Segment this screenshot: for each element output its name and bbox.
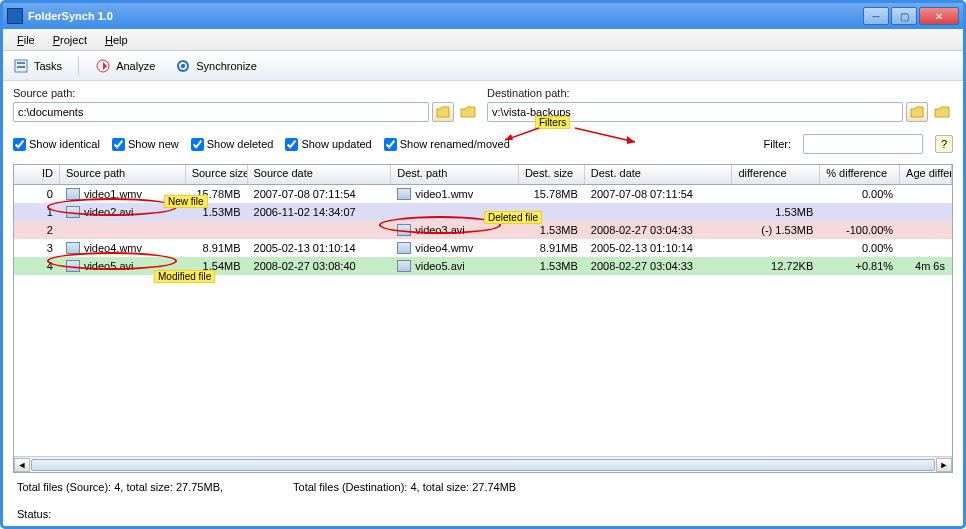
table-cell: 0.00%: [820, 242, 900, 254]
svg-marker-8: [627, 136, 635, 144]
menu-file[interactable]: File: [9, 32, 43, 48]
table-cell: 1: [14, 206, 60, 218]
table-cell: video5.avi: [391, 260, 519, 272]
table-cell: 2: [14, 224, 60, 236]
col-pct-difference[interactable]: % difference: [820, 165, 900, 184]
source-path-input[interactable]: [13, 102, 429, 122]
destination-path-input[interactable]: [487, 102, 903, 122]
table-cell: 12.72KB: [732, 260, 820, 272]
window-title: FolderSynch 1.0: [28, 10, 863, 22]
table-cell: 2008-02-27 03:04:33: [585, 224, 733, 236]
svg-line-7: [575, 128, 635, 142]
show-deleted-checkbox[interactable]: Show deleted: [191, 138, 274, 151]
file-icon: [397, 242, 411, 254]
analyze-button[interactable]: Analyze: [91, 56, 159, 76]
table-row[interactable]: 2video3.avi1.53MB2008-02-27 03:04:33(-) …: [14, 221, 952, 239]
table-cell: 1.53MB: [519, 260, 585, 272]
show-new-checkbox[interactable]: Show new: [112, 138, 179, 151]
table-cell: 2007-07-08 07:11:54: [585, 188, 733, 200]
table-cell: 1.53MB: [186, 206, 248, 218]
table-cell: video1.wmv: [60, 188, 186, 200]
table-cell: video4.wmv: [60, 242, 186, 254]
minimize-button[interactable]: ─: [863, 7, 889, 25]
source-browse-button[interactable]: [457, 102, 479, 122]
col-dest-path[interactable]: Dest. path: [391, 165, 519, 184]
col-source-path[interactable]: Source path: [60, 165, 186, 184]
table-cell: video1.wmv: [391, 188, 519, 200]
svg-point-4: [177, 60, 189, 72]
menubar: File Project Help: [3, 29, 963, 51]
horizontal-scrollbar[interactable]: ◄ ►: [14, 456, 952, 472]
menu-help[interactable]: Help: [97, 32, 136, 48]
table-row[interactable]: 3video4.wmv8.91MB2005-02-13 01:10:14vide…: [14, 239, 952, 257]
file-icon: [397, 224, 411, 236]
table-cell: 2007-07-08 07:11:54: [248, 188, 392, 200]
tasks-button[interactable]: Tasks: [9, 56, 66, 76]
col-dest-date[interactable]: Dest. date: [585, 165, 733, 184]
table-cell: 8.91MB: [186, 242, 248, 254]
sync-icon: [175, 58, 191, 74]
synchronize-button[interactable]: Synchronize: [171, 56, 261, 76]
table-cell: 2005-02-13 01:10:14: [248, 242, 392, 254]
table-cell: 1.53MB: [519, 224, 585, 236]
status-bar: Status:: [13, 505, 953, 522]
maximize-button[interactable]: ▢: [891, 7, 917, 25]
col-age-difference[interactable]: Age differe...: [900, 165, 952, 184]
table-cell: 0.00%: [820, 188, 900, 200]
close-button[interactable]: ✕: [919, 7, 959, 25]
show-updated-checkbox[interactable]: Show updated: [285, 138, 371, 151]
table-cell: 1.53MB: [732, 206, 820, 218]
status-label: Status:: [17, 508, 51, 520]
file-icon: [66, 242, 80, 254]
table-cell: +0.81%: [820, 260, 900, 272]
svg-rect-1: [17, 62, 25, 64]
table-cell: 4m 6s: [900, 260, 952, 272]
table-cell: video2.avi: [60, 206, 186, 218]
col-source-date[interactable]: Source date: [248, 165, 392, 184]
col-dest-size[interactable]: Dest. size: [519, 165, 585, 184]
filter-input[interactable]: [803, 134, 923, 154]
source-browse-dropdown[interactable]: [432, 102, 454, 122]
table-row[interactable]: 1video2.avi1.53MB2006-11-02 14:34:071.53…: [14, 203, 952, 221]
table-cell: -100.00%: [820, 224, 900, 236]
grid-body: 0video1.wmv15.78MB2007-07-08 07:11:54vid…: [14, 185, 952, 456]
svg-rect-2: [17, 66, 25, 68]
col-id[interactable]: ID: [14, 165, 60, 184]
table-cell: 15.78MB: [186, 188, 248, 200]
table-cell: video3.avi: [391, 224, 519, 236]
file-icon: [66, 206, 80, 218]
scroll-right-button[interactable]: ►: [936, 458, 952, 472]
destination-browse-button[interactable]: [931, 102, 953, 122]
show-renamed-checkbox[interactable]: Show renamed/moved: [384, 138, 510, 151]
table-row[interactable]: 0video1.wmv15.78MB2007-07-08 07:11:54vid…: [14, 185, 952, 203]
file-icon: [66, 188, 80, 200]
svg-line-5: [505, 128, 539, 140]
analyze-icon: [95, 58, 111, 74]
tasks-icon: [13, 58, 29, 74]
sync-label: Synchronize: [196, 60, 257, 72]
filter-help-button[interactable]: ?: [935, 135, 953, 153]
grid-header: ID Source path Source size Source date D…: [14, 165, 952, 185]
table-cell: 3: [14, 242, 60, 254]
destination-path-label: Destination path:: [487, 87, 953, 99]
tasks-label: Tasks: [34, 60, 62, 72]
show-identical-checkbox[interactable]: Show identical: [13, 138, 100, 151]
table-row[interactable]: 4video5.avi1.54MB2008-02-27 03:08:40vide…: [14, 257, 952, 275]
scroll-thumb[interactable]: [31, 459, 935, 471]
menu-project[interactable]: Project: [45, 32, 95, 48]
table-cell: 2006-11-02 14:34:07: [248, 206, 392, 218]
col-source-size[interactable]: Source size: [186, 165, 248, 184]
toolbar-separator: [78, 56, 79, 76]
scroll-left-button[interactable]: ◄: [14, 458, 30, 472]
filter-label: Filter:: [764, 138, 792, 150]
comparison-grid: ID Source path Source size Source date D…: [13, 164, 953, 473]
table-cell: 2005-02-13 01:10:14: [585, 242, 733, 254]
app-icon: [7, 8, 23, 24]
destination-totals: Total files (Destination): 4, total size…: [293, 481, 516, 493]
col-difference[interactable]: difference: [732, 165, 820, 184]
destination-browse-dropdown[interactable]: [906, 102, 928, 122]
toolbar: Tasks Analyze Synchronize: [3, 51, 963, 81]
file-icon: [397, 188, 411, 200]
table-cell: video4.wmv: [391, 242, 519, 254]
table-cell: 2008-02-27 03:04:33: [585, 260, 733, 272]
